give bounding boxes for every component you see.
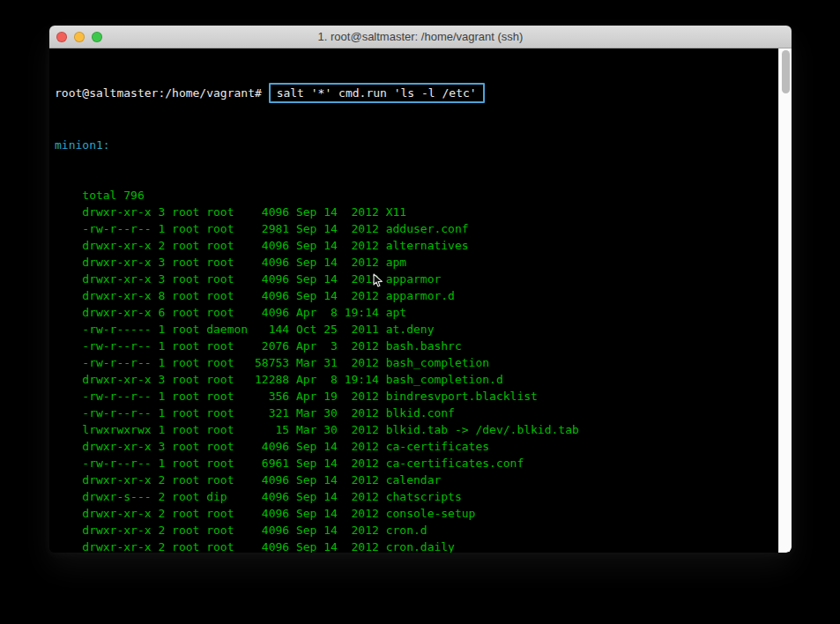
shell-prompt: root@saltmaster:/home/vagrant#: [55, 86, 269, 100]
scrollbar-thumb[interactable]: [782, 50, 790, 93]
mouse-cursor-icon: [373, 273, 383, 288]
shell-prompt-line: root@saltmaster:/home/vagrant# salt '*' …: [55, 85, 777, 103]
window-titlebar[interactable]: 1. root@saltmaster: /home/vagrant (ssh): [49, 26, 792, 48]
desktop-background: 1. root@saltmaster: /home/vagrant (ssh) …: [0, 0, 840, 624]
scrollbar-track[interactable]: [778, 48, 792, 553]
ls-output: total 796 drwxr-xr-x 3 root root 4096 Se…: [55, 187, 777, 553]
minion-label: minion1:: [55, 137, 777, 153]
terminal-content: root@saltmaster:/home/vagrant# salt '*' …: [49, 48, 792, 553]
highlighted-command: salt '*' cmd.run 'ls -l /etc': [269, 83, 485, 103]
terminal-text-area[interactable]: root@saltmaster:/home/vagrant# salt '*' …: [55, 51, 777, 553]
window-title: 1. root@saltmaster: /home/vagrant (ssh): [49, 26, 792, 48]
terminal-window: 1. root@saltmaster: /home/vagrant (ssh) …: [49, 26, 792, 553]
